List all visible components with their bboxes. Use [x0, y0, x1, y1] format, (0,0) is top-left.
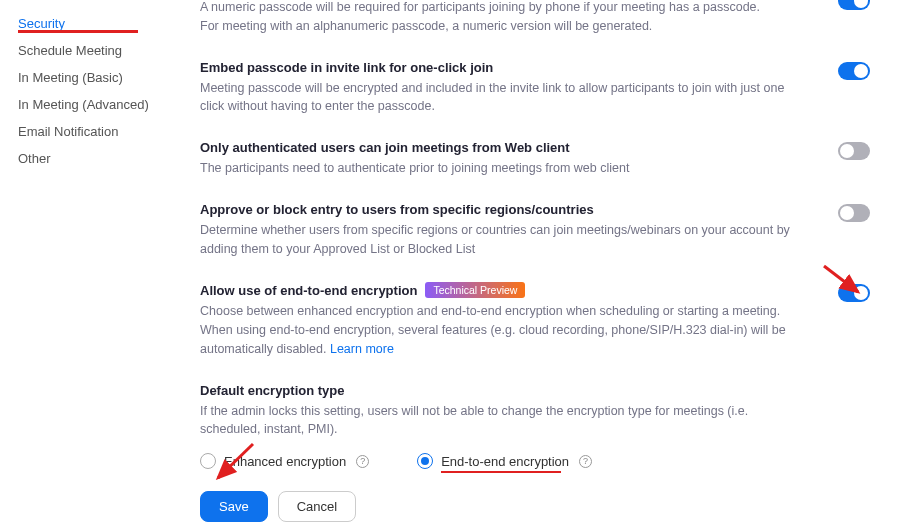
toggle-phone-passcode[interactable]: [838, 0, 870, 10]
learn-more-link[interactable]: Learn more: [330, 342, 394, 356]
sidebar-label: Email Notification: [18, 124, 118, 139]
sidebar-item-security[interactable]: Security: [18, 10, 180, 37]
sidebar-label: Schedule Meeting: [18, 43, 122, 58]
sidebar-label: Security: [18, 16, 65, 31]
radio-e2e-encryption[interactable]: End-to-end encryption ?: [417, 453, 592, 469]
setting-title: Approve or block entry to users from spe…: [200, 202, 810, 217]
radio-icon: [417, 453, 433, 469]
toggle-knob: [854, 286, 868, 300]
sidebar-item-schedule[interactable]: Schedule Meeting: [18, 37, 180, 64]
setting-embed-passcode: Embed passcode in invite link for one-cl…: [200, 60, 870, 117]
setting-title: Allow use of end-to-end encryption Techn…: [200, 282, 810, 298]
toggle-knob: [854, 64, 868, 78]
setting-desc: The participants need to authenticate pr…: [200, 159, 810, 178]
radio-icon: [200, 453, 216, 469]
setting-desc: A numeric passcode will be required for …: [200, 0, 810, 36]
setting-desc: Choose between enhanced encryption and e…: [200, 302, 810, 358]
setting-phone-passcode: A numeric passcode will be required for …: [200, 0, 870, 36]
setting-desc: Determine whether users from specific re…: [200, 221, 810, 259]
setting-title: Default encryption type: [200, 383, 810, 398]
setting-e2e: Allow use of end-to-end encryption Techn…: [200, 282, 870, 358]
main-content: A numeric passcode will be required for …: [180, 0, 900, 523]
sidebar-item-basic[interactable]: In Meeting (Basic): [18, 64, 180, 91]
radio-label: End-to-end encryption: [441, 454, 569, 469]
toggle-knob: [840, 144, 854, 158]
save-button[interactable]: Save: [200, 491, 268, 522]
sidebar-label: In Meeting (Basic): [18, 70, 123, 85]
sidebar-label: In Meeting (Advanced): [18, 97, 149, 112]
setting-auth-users: Only authenticated users can join meetin…: [200, 140, 870, 178]
button-row: Save Cancel: [200, 491, 810, 522]
cancel-button[interactable]: Cancel: [278, 491, 356, 522]
toggle-knob: [854, 0, 868, 8]
toggle-regions[interactable]: [838, 204, 870, 222]
sidebar-label: Other: [18, 151, 51, 166]
sidebar: Security Schedule Meeting In Meeting (Ba…: [0, 0, 180, 523]
setting-title: Embed passcode in invite link for one-cl…: [200, 60, 810, 75]
setting-desc: If the admin locks this setting, users w…: [200, 402, 810, 440]
toggle-knob: [840, 206, 854, 220]
setting-default-encryption: Default encryption type If the admin loc…: [200, 383, 870, 523]
radio-enhanced-encryption[interactable]: Enhanced encryption ?: [200, 453, 369, 469]
radio-label: Enhanced encryption: [224, 454, 346, 469]
setting-title: Only authenticated users can join meetin…: [200, 140, 810, 155]
sidebar-item-advanced[interactable]: In Meeting (Advanced): [18, 91, 180, 118]
title-text: Allow use of end-to-end encryption: [200, 283, 417, 298]
setting-desc: Meeting passcode will be encrypted and i…: [200, 79, 810, 117]
help-icon[interactable]: ?: [356, 455, 369, 468]
toggle-auth-users[interactable]: [838, 142, 870, 160]
toggle-e2e[interactable]: [838, 284, 870, 302]
sidebar-item-email[interactable]: Email Notification: [18, 118, 180, 145]
encryption-radio-group: Enhanced encryption ? End-to-end encrypt…: [200, 453, 810, 469]
desc-text: Choose between enhanced encryption and e…: [200, 304, 786, 356]
radio-dot: [421, 457, 429, 465]
setting-regions: Approve or block entry to users from spe…: [200, 202, 870, 259]
technical-preview-badge: Technical Preview: [425, 282, 525, 298]
annotation-underline: [18, 30, 138, 33]
sidebar-item-other[interactable]: Other: [18, 145, 180, 172]
toggle-embed-passcode[interactable]: [838, 62, 870, 80]
annotation-underline: [441, 471, 561, 473]
help-icon[interactable]: ?: [579, 455, 592, 468]
